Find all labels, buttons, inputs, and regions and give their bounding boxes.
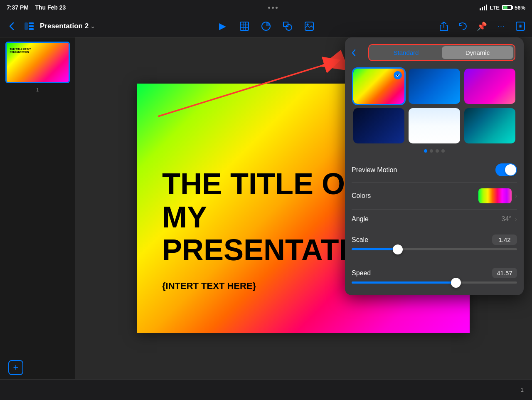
status-right: LTE 56%	[480, 5, 525, 11]
svg-rect-1	[29, 22, 34, 24]
speed-value: 41.57	[492, 268, 517, 278]
preview-motion-label: Preview Motion	[352, 166, 397, 174]
sidebar: THE TITLE OF MYPRESENTATION 1	[0, 37, 75, 379]
chart-button[interactable]	[259, 20, 273, 33]
more-button[interactable]: ···	[495, 20, 508, 33]
undo-button[interactable]	[456, 20, 470, 33]
colors-chevron-icon: ›	[515, 192, 517, 200]
scale-slider-fill	[352, 248, 398, 250]
slide-subtitle: {INTERT TEXT HERE}	[162, 281, 256, 291]
angle-chevron-icon: ›	[515, 215, 517, 223]
dot-4[interactable]	[441, 149, 445, 153]
table-button[interactable]	[238, 20, 251, 33]
speed-label: Speed	[352, 269, 371, 277]
status-center-dots	[268, 7, 278, 9]
speed-slider-fill	[352, 281, 456, 284]
status-dot-3	[276, 7, 278, 9]
speed-slider-track[interactable]	[352, 281, 517, 284]
theme-purple-pink[interactable]	[464, 69, 515, 104]
theme-rainbow[interactable]	[353, 69, 404, 104]
scale-label: Scale	[352, 236, 368, 244]
theme-dark-blue[interactable]	[353, 108, 404, 143]
svg-point-10	[286, 25, 292, 30]
colors-label: Colors	[352, 192, 371, 200]
scale-slider-track[interactable]	[352, 248, 517, 250]
status-time-date: 7:37 PM Thu Feb 23	[7, 4, 66, 11]
angle-label: Angle	[352, 215, 369, 223]
page-number: 1	[521, 387, 524, 393]
tab-dynamic[interactable]: Dynamic	[442, 46, 513, 59]
signal-icon	[480, 5, 487, 10]
panel-back-button[interactable]	[352, 47, 363, 59]
svg-rect-11	[283, 22, 288, 27]
svg-rect-4	[240, 22, 249, 30]
theme-grid	[345, 64, 524, 148]
panel: Standard Dynamic	[345, 37, 524, 295]
tab-standard[interactable]: Standard	[370, 46, 442, 59]
present-button[interactable]	[514, 20, 527, 33]
sidebar-toggle-button[interactable]	[22, 20, 36, 33]
slide-thumbnail-1[interactable]: THE TITLE OF MYPRESENTATION	[5, 42, 70, 83]
bottom-bar: 1	[0, 379, 532, 400]
panel-tab-container: Standard Dynamic	[368, 44, 515, 61]
media-button[interactable]	[303, 20, 316, 33]
dot-1[interactable]	[424, 149, 427, 153]
svg-rect-2	[29, 25, 34, 27]
preview-motion-toggle[interactable]	[495, 163, 517, 176]
share-button[interactable]	[437, 20, 451, 33]
panel-header: Standard Dynamic	[345, 37, 524, 64]
toolbar-right: 📌 ···	[355, 20, 527, 33]
status-dot-1	[268, 7, 270, 9]
preview-motion-row: Preview Motion	[352, 158, 517, 183]
scale-value: 1.42	[492, 235, 517, 245]
shapes-button[interactable]	[281, 20, 294, 33]
theme-light[interactable]	[409, 108, 460, 143]
pin-button[interactable]: 📌	[475, 20, 489, 33]
theme-blue[interactable]	[409, 69, 460, 104]
scale-slider-thumb[interactable]	[393, 244, 403, 254]
toolbar-center: ▶	[180, 20, 352, 33]
add-slide-button[interactable]: +	[8, 360, 23, 375]
lte-label: LTE	[490, 5, 500, 11]
angle-value: 34°	[501, 215, 511, 223]
svg-point-16	[520, 25, 521, 27]
speed-section: Speed 41.57	[345, 262, 524, 295]
svg-rect-0	[25, 22, 28, 30]
colors-preview-swatch	[478, 188, 512, 203]
presentation-title[interactable]: Presentation 2 ⌄	[40, 22, 95, 30]
battery-icon	[502, 5, 512, 10]
angle-row[interactable]: Angle 34° ›	[352, 210, 517, 229]
svg-rect-3	[29, 28, 34, 30]
status-dot-2	[272, 7, 274, 9]
slide-number-label: 1	[36, 87, 39, 92]
svg-point-13	[306, 23, 308, 25]
pagination-dots	[345, 148, 524, 158]
toolbar-left: Presentation 2 ⌄	[5, 20, 177, 33]
dot-2[interactable]	[430, 149, 433, 153]
dot-3[interactable]	[436, 149, 439, 153]
speed-slider-thumb[interactable]	[451, 278, 461, 288]
status-bar: 7:37 PM Thu Feb 23 LTE 56%	[0, 0, 532, 15]
dropdown-chevron-icon: ⌄	[90, 23, 95, 30]
back-button[interactable]	[5, 20, 18, 33]
play-button[interactable]: ▶	[216, 20, 229, 33]
scale-section: Scale 1.42	[345, 229, 524, 262]
battery-percent: 56%	[515, 5, 525, 11]
toolbar: Presentation 2 ⌄ ▶	[0, 15, 532, 37]
theme-ocean[interactable]	[464, 108, 515, 143]
slide-thumb-title: THE TITLE OF MYPRESENTATION	[10, 48, 31, 54]
colors-row[interactable]: Colors ›	[352, 183, 517, 210]
settings-section: Preview Motion Colors › Angle 34° ›	[345, 158, 524, 229]
